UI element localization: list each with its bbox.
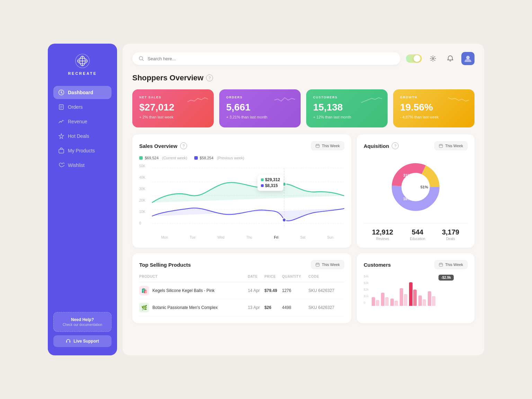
donut-stats: 12,912 Reviews 544 Education 3,179 Deals	[364, 223, 468, 241]
page-title: Shoppers Overview	[132, 73, 203, 82]
svg-rect-19	[316, 144, 319, 148]
svg-rect-14	[70, 341, 71, 343]
col-code: CODE	[309, 275, 345, 282]
products-title: Top Selling Products	[139, 262, 191, 268]
customers-title: Customers	[364, 262, 391, 268]
legend-current-sub: (Current week)	[162, 156, 187, 160]
sidebar-item-revenue[interactable]: Revenue	[53, 115, 112, 128]
donut-stat-reviews: 12,912 Reviews	[372, 228, 393, 241]
user-avatar[interactable]	[461, 52, 475, 65]
svg-rect-42	[316, 263, 319, 266]
stat-card-orders: ORDERS 5,661 + 3,21% than last month	[219, 89, 301, 127]
chart-x-labels: Mon Tue Wed Thu Fri Sat Sun	[139, 236, 344, 239]
sidebar-bottom: Need Help? Check our documentation Live …	[53, 312, 112, 347]
headset-icon	[66, 339, 71, 344]
products-this-week-button[interactable]: This Week	[311, 260, 344, 269]
nav-items: Dashboard Orders Revenue	[53, 86, 112, 172]
donut-deals-label: Deals	[442, 237, 459, 241]
notifications-button[interactable]	[444, 52, 456, 65]
sales-help-icon[interactable]: ?	[180, 142, 187, 149]
donut-reviews-val: 12,912	[372, 228, 393, 236]
search-bar	[132, 52, 400, 65]
bar-group	[409, 282, 417, 306]
svg-rect-13	[66, 341, 67, 343]
table-row: 🛍️ Kegels Silicone Kegel Balls - Pink 14…	[139, 282, 344, 299]
calendar-icon	[316, 144, 320, 148]
donut-chart: 51% 31% 18%	[388, 159, 443, 215]
stat-card-growth: GROWTH 19.56% - 4,87% than last week	[393, 89, 475, 127]
theme-toggle[interactable]	[406, 54, 422, 63]
header	[132, 52, 475, 65]
sparkline-customers	[361, 95, 382, 107]
recreate-logo-icon	[75, 53, 90, 69]
sidebar-label-dashboard: Dashboard	[68, 90, 93, 95]
sales-title: Sales Overview	[139, 143, 177, 149]
sidebar-item-orders[interactable]: Orders	[53, 100, 112, 114]
customers-this-week-button[interactable]: This Week	[434, 260, 468, 269]
customers-bars-area: -$2.9k	[372, 275, 468, 306]
svg-text:51%: 51%	[420, 185, 428, 189]
bar-secondary	[385, 297, 389, 306]
sales-overview-card: Sales Overview ? This Week	[132, 134, 351, 248]
sales-this-week-label: This Week	[322, 144, 340, 148]
customers-y-labels: $4k $3k $2k $1k 0	[364, 275, 369, 306]
bar-group	[428, 291, 435, 306]
main-content: Shoppers Overview ? NET SALES $27,012 + …	[123, 44, 484, 355]
bar-group	[418, 295, 426, 306]
products-table: PRODUCT DATE PRICE QUANTITY CODE 🛍️ Kege…	[139, 275, 344, 316]
gear-icon	[429, 55, 436, 62]
app-wrapper: RECREATE Dashboard Orders	[48, 44, 484, 355]
toggle-thumb	[414, 55, 420, 62]
legend-dot-previous	[194, 156, 198, 160]
donut-reviews-label: Reviews	[372, 237, 393, 241]
bar-primary	[409, 282, 413, 306]
sidebar-item-wishlist[interactable]: Wishlist	[53, 159, 112, 172]
legend-previous-sub: (Previous week)	[217, 156, 244, 160]
stat-card-net-sales: NET SALES $27,012 + 2% than last week	[132, 89, 214, 127]
legend-dot-current	[139, 156, 143, 160]
products-title-row: Top Selling Products	[139, 262, 191, 268]
sidebar-label-my-products: My Products	[68, 148, 95, 153]
bell-icon	[447, 55, 454, 62]
sparkline-orders	[274, 95, 295, 107]
help-box[interactable]: Need Help? Check our documentation	[53, 312, 112, 332]
avatar-placeholder	[461, 52, 475, 65]
bar-group	[390, 299, 398, 306]
revenue-icon	[58, 118, 64, 125]
svg-text:18%: 18%	[403, 197, 411, 201]
bar-group	[400, 288, 407, 306]
svg-point-6	[61, 92, 62, 93]
sales-this-week-button[interactable]: This Week	[311, 141, 344, 150]
sidebar-item-hot-deals[interactable]: Hot Deals	[53, 130, 112, 143]
donut-deals-val: 3,179	[442, 228, 459, 236]
acquisition-this-week-button[interactable]: This Week	[434, 141, 468, 150]
customers-title-row: Customers	[364, 262, 391, 268]
sales-title-row: Sales Overview ?	[139, 142, 187, 149]
donut-education-val: 544	[410, 228, 425, 236]
live-support-label: Live Support	[73, 339, 99, 344]
live-support-button[interactable]: Live Support	[53, 335, 112, 347]
bar-secondary	[423, 299, 426, 306]
brand-name: RECREATE	[68, 71, 97, 76]
charts-row: Sales Overview ? This Week	[132, 134, 475, 248]
header-actions	[406, 52, 475, 65]
acquisition-header: Aquisition ? This Week	[364, 141, 468, 150]
overview-help-icon[interactable]: ?	[206, 74, 213, 81]
products-header: Top Selling Products This Week	[139, 260, 344, 269]
calendar-icon-acq	[439, 144, 443, 148]
products-icon	[58, 148, 64, 154]
stat-cards: NET SALES $27,012 + 2% than last week OR…	[132, 89, 475, 127]
settings-button[interactable]	[427, 52, 439, 65]
search-input[interactable]	[148, 56, 394, 61]
customers-chart-area: $4k $3k $2k $1k 0 -$2.9k	[364, 275, 468, 306]
sparkline-growth	[448, 95, 469, 107]
stat-change-customers: + 12% than last month	[313, 115, 381, 119]
col-date: DATE	[248, 275, 264, 282]
bar-primary	[381, 293, 384, 306]
dashboard-icon	[58, 89, 64, 96]
calendar-icon-cust	[439, 263, 443, 267]
orders-icon	[58, 104, 64, 110]
sidebar-item-my-products[interactable]: My Products	[53, 144, 112, 157]
acquisition-help-icon[interactable]: ?	[392, 142, 399, 149]
sidebar-item-dashboard[interactable]: Dashboard	[53, 86, 112, 99]
